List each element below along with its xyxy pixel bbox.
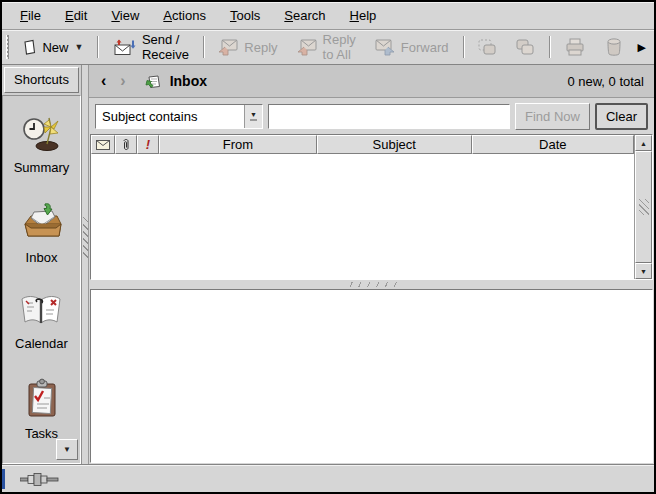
menu-search[interactable]: Search <box>274 4 335 27</box>
folder-title: Inbox <box>170 73 207 89</box>
inbox-folder-icon <box>144 73 162 90</box>
search-input[interactable] <box>268 104 510 129</box>
splitter-grip <box>344 282 400 287</box>
message-list-scrollbar: ▲ ▼ <box>634 135 652 279</box>
column-importance[interactable]: ! <box>137 135 159 154</box>
printer-icon <box>564 37 586 57</box>
menu-actions[interactable]: Actions <box>153 4 216 27</box>
message-list-header: ! From Subject Date <box>91 135 634 154</box>
menu-file[interactable]: File <box>10 4 51 27</box>
shortcuts-sidebar: Shortcuts <box>2 65 82 464</box>
menu-view[interactable]: View <box>101 4 149 27</box>
column-subject[interactable]: Subject <box>317 135 472 154</box>
search-criteria-dropdown[interactable]: Subject contains ▼ <box>95 104 263 129</box>
column-attachment[interactable] <box>115 135 137 154</box>
paperclip-icon <box>122 138 130 151</box>
main-area: Shortcuts <box>2 65 654 464</box>
status-bar <box>2 464 654 492</box>
sidebar-item-label: Inbox <box>26 250 58 265</box>
column-message-status[interactable] <box>91 135 115 154</box>
tasks-icon <box>22 378 62 420</box>
send-receive-label: Send / Receive <box>142 32 189 62</box>
column-date[interactable]: Date <box>472 135 634 154</box>
reply-icon <box>217 38 239 56</box>
forward-button[interactable]: Forward <box>368 34 455 60</box>
chevron-down-icon: ▼ <box>74 42 83 52</box>
online-status-indicator <box>2 469 5 489</box>
clear-button[interactable]: Clear <box>595 103 648 130</box>
message-list: ! From Subject Date ▲ ▼ <box>90 134 653 280</box>
reply-to-all-button[interactable]: Reply to All <box>290 28 362 66</box>
sidebar-item-inbox[interactable]: Inbox <box>19 202 65 265</box>
trash-icon <box>604 37 624 57</box>
sidebar-item-tasks[interactable]: Tasks <box>22 378 62 441</box>
scrollbar-grip <box>639 199 649 215</box>
sidebar-item-calendar[interactable]: Calendar <box>15 292 68 351</box>
move-to-folder-icon <box>477 38 497 56</box>
online-connector-icon[interactable] <box>20 472 60 486</box>
toolbar-drag-handle[interactable] <box>6 35 9 59</box>
folder-header-bar: ‹ › Inbox 0 new, 0 total <box>89 65 654 98</box>
menu-tools[interactable]: Tools <box>220 4 270 27</box>
splitter-grip <box>83 215 88 259</box>
reply-label: Reply <box>244 40 277 55</box>
sidebar-item-label: Tasks <box>25 426 58 441</box>
dropdown-arrow-icon: ▼ <box>244 105 262 128</box>
menu-help[interactable]: Help <box>340 4 387 27</box>
column-from[interactable]: From <box>159 135 317 154</box>
print-button[interactable] <box>558 33 592 61</box>
sidebar-item-label: Calendar <box>15 336 68 351</box>
summary-icon <box>20 114 64 154</box>
reply-button[interactable]: Reply <box>211 34 283 60</box>
search-criteria-value: Subject contains <box>96 109 244 124</box>
main-toolbar: New ▼ Send / Receive <box>2 30 654 65</box>
scroll-up-button[interactable]: ▲ <box>635 135 652 151</box>
find-now-button[interactable]: Find Now <box>515 103 590 130</box>
calendar-icon <box>18 292 64 330</box>
reply-all-icon <box>296 38 318 56</box>
new-message-icon <box>21 39 37 56</box>
sidebar-scroll-down-button[interactable]: ▼ <box>56 439 78 460</box>
important-icon: ! <box>146 137 150 152</box>
copy-to-folder-button[interactable] <box>509 34 541 60</box>
evolution-window: File Edit View Actions Tools Search Help… <box>0 0 656 494</box>
toolbar-overflow-arrow[interactable]: ▶ <box>636 39 648 56</box>
folder-message-counts: 0 new, 0 total <box>567 74 644 89</box>
envelope-icon <box>96 140 110 150</box>
search-bar: Subject contains ▼ Find Now Clear <box>89 98 654 134</box>
reply-to-all-label: Reply to All <box>323 32 356 62</box>
menu-bar: File Edit View Actions Tools Search Help <box>2 2 654 30</box>
inbox-icon <box>19 202 65 244</box>
sidebar-item-summary[interactable]: Summary <box>14 114 70 175</box>
menu-edit[interactable]: Edit <box>55 4 97 27</box>
forward-arrow-button[interactable]: › <box>116 73 129 89</box>
new-button[interactable]: New ▼ <box>15 35 89 60</box>
shortcut-list: Summary Inbox <box>2 95 81 464</box>
back-arrow-button[interactable]: ‹ <box>97 73 110 89</box>
send-receive-icon <box>112 38 137 56</box>
forward-label: Forward <box>401 40 449 55</box>
delete-button[interactable] <box>598 33 630 61</box>
shortcuts-group-button[interactable]: Shortcuts <box>4 67 79 93</box>
forward-icon <box>374 38 396 56</box>
message-list-body[interactable] <box>91 154 634 279</box>
new-button-label: New <box>42 40 68 55</box>
scrollbar-thumb[interactable] <box>635 151 652 263</box>
sidebar-splitter[interactable] <box>82 65 89 464</box>
scroll-down-button[interactable]: ▼ <box>635 263 652 279</box>
move-to-folder-button[interactable] <box>471 34 503 60</box>
content-area: ‹ › Inbox 0 new, 0 total Subject contain… <box>89 65 654 464</box>
send-receive-button[interactable]: Send / Receive <box>106 28 195 66</box>
preview-splitter[interactable] <box>89 280 654 289</box>
sidebar-item-label: Summary <box>14 160 70 175</box>
copy-to-folder-icon <box>515 38 535 56</box>
preview-pane[interactable] <box>90 289 653 463</box>
